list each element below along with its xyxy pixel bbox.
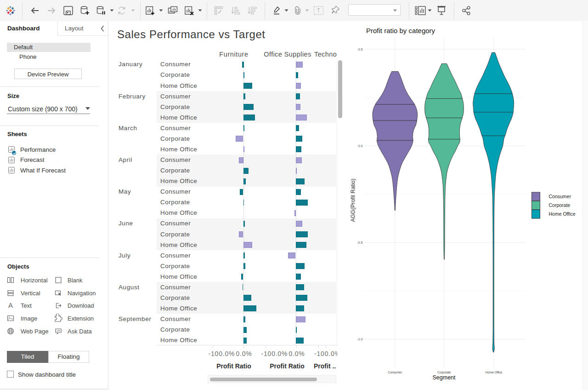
- svg-text:Consumer: Consumer: [388, 371, 402, 374]
- svg-text:-0.5: -0.5: [357, 241, 362, 244]
- svg-text:A: A: [8, 302, 13, 309]
- svg-text:Segment: Segment: [432, 374, 456, 381]
- svg-text:0.0: 0.0: [358, 144, 363, 148]
- svg-text:-1.0: -1.0: [357, 338, 362, 341]
- svg-text:Profit ratio by category: Profit ratio by category: [366, 27, 435, 34]
- svg-text:Home Office: Home Office: [549, 211, 576, 217]
- svg-text:Corporate: Corporate: [549, 202, 571, 208]
- svg-text:Consumer: Consumer: [549, 194, 571, 199]
- svg-text:Home Office: Home Office: [486, 371, 503, 374]
- svg-text:0.5: 0.5: [358, 48, 363, 51]
- svg-text:Corporate: Corporate: [437, 371, 451, 374]
